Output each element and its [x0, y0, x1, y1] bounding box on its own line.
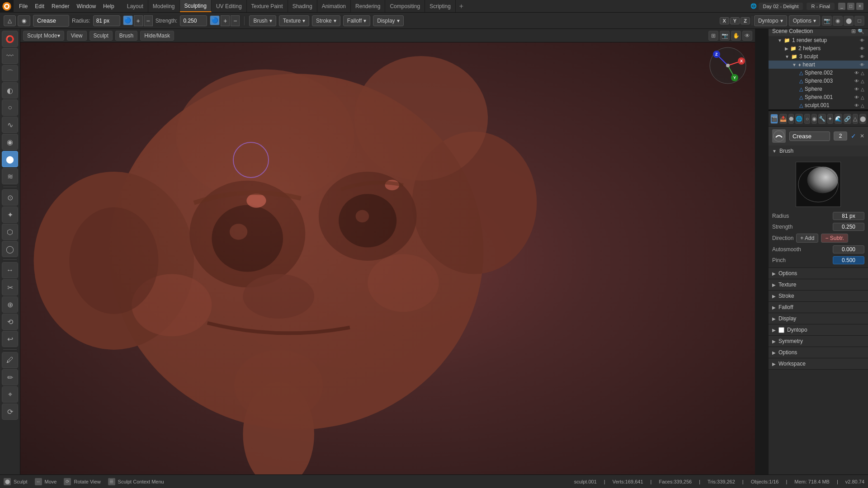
pinch-tool-btn[interactable]: ↔ — [2, 262, 18, 278]
rotate-tool-btn[interactable]: ⌖ — [2, 386, 18, 403]
display-dropdown[interactable]: Display▾ — [373, 15, 403, 26]
clay-strips-tool-btn[interactable]: ◐ — [2, 82, 18, 99]
render-icon-btn[interactable]: ◉ — [18, 15, 30, 26]
fill-tool-btn[interactable]: ⬡ — [2, 224, 18, 240]
prop-scene-icon[interactable]: 🌐 — [795, 114, 803, 124]
view-btn[interactable]: View — [67, 31, 87, 41]
brush-btn[interactable]: Brush — [115, 31, 137, 41]
prop-material-icon[interactable]: ⬤ — [859, 114, 866, 124]
y-axis-btn[interactable]: Y — [730, 17, 740, 24]
prop-view-layer-icon[interactable]: ⬣ — [788, 114, 794, 124]
draw-sharp-tool-btn[interactable]: 〰 — [2, 48, 18, 64]
strength-lock-icon[interactable]: 🔵 — [210, 15, 220, 25]
radius-input[interactable]: 81 px — [93, 15, 120, 26]
strength-plus-btn[interactable]: + — [221, 15, 230, 26]
mesh-icon-btn[interactable]: △ — [4, 15, 16, 26]
tab-scripting[interactable]: Scripting — [425, 0, 456, 12]
display-section-header[interactable]: ▶ Display — [769, 313, 868, 324]
thumb-tool-btn[interactable]: ↩ — [2, 331, 18, 347]
falloff-section-header[interactable]: ▶ Falloff — [769, 302, 868, 313]
window-menu[interactable]: Window — [73, 0, 99, 12]
outliner-item-sphere003[interactable]: △ Sphere.003 👁 △ — [769, 77, 868, 85]
stroke-section-header[interactable]: ▶ Stroke — [769, 291, 868, 301]
tab-shading[interactable]: Shading — [288, 0, 317, 12]
options-dropdown[interactable]: Options▾ — [789, 15, 820, 26]
render-menu[interactable]: Render — [48, 0, 73, 12]
eye-dropper-icon[interactable]: 👁 — [742, 31, 752, 41]
crease-number[interactable]: 2 — [834, 131, 847, 141]
dyntopo-checkbox[interactable] — [778, 327, 784, 333]
outliner-item-sculpt001[interactable]: △ sculpt.001 👁 △ — [769, 101, 868, 109]
dyntopo-section-header[interactable]: ▶ Dyntopo — [769, 324, 868, 335]
layer-tool-btn[interactable]: ∿ — [2, 117, 18, 133]
draw-tool-btn[interactable]: ⭕ — [2, 31, 18, 47]
search-icon[interactable]: 🔍 — [858, 28, 864, 34]
prop-physics-icon[interactable]: 🌊 — [835, 114, 842, 124]
tab-sculpting[interactable]: Sculpting — [180, 0, 212, 12]
edit-menu[interactable]: Edit — [31, 0, 48, 12]
lock-icon[interactable]: 🔵 — [123, 15, 133, 25]
add-workspace-btn[interactable]: + — [456, 0, 467, 12]
tab-rendering[interactable]: Rendering — [351, 0, 385, 12]
brush-section-header[interactable]: ▼ Brush — [769, 145, 868, 156]
tab-texture-paint[interactable]: Texture Paint — [247, 0, 288, 12]
outliner-item-render-setup[interactable]: ▼ 📁 1 render setup 👁 — [769, 36, 868, 44]
pinch-prop-value[interactable]: 0.500 — [833, 256, 864, 264]
file-menu[interactable]: File — [15, 0, 31, 12]
prop-particles-icon[interactable]: ✦ — [827, 114, 833, 124]
crease-checkmark[interactable]: ✓ — [851, 132, 856, 140]
camera-icon[interactable]: 📷 — [720, 31, 730, 41]
texture-section-header[interactable]: ▶ Texture — [769, 279, 868, 290]
scrape-tool-btn[interactable]: ◯ — [2, 241, 18, 257]
visibility-sphere002[interactable]: 👁 — [854, 70, 859, 75]
radius-plus-btn[interactable]: + — [134, 15, 143, 26]
outliner-item-helpers[interactable]: ▶ 📁 2 helpers 👁 — [769, 44, 868, 52]
maximize-btn[interactable]: □ — [847, 3, 854, 10]
outliner-item-sphere[interactable]: △ Sphere 👁 △ — [769, 85, 868, 93]
x-axis-btn[interactable]: X — [720, 17, 729, 24]
nudge-tool-btn[interactable]: ✏ — [2, 369, 18, 385]
radius-minus-btn[interactable]: − — [144, 15, 153, 26]
falloff-dropdown[interactable]: Falloff▾ — [343, 15, 370, 26]
prop-modifier-icon[interactable]: 🔧 — [818, 114, 826, 124]
close-btn[interactable]: × — [856, 3, 863, 10]
inflate-tool-btn[interactable]: ◉ — [2, 134, 18, 150]
z-axis-btn[interactable]: Z — [741, 17, 750, 24]
prop-output-icon[interactable]: 📤 — [779, 114, 787, 124]
direction-add-btn[interactable]: + Add — [796, 234, 818, 243]
snake-hook-tool-btn[interactable]: ⟲ — [2, 314, 18, 330]
render-selector[interactable]: R - Final — [807, 3, 835, 10]
hide-mask-btn[interactable]: Hide/Mask — [140, 31, 174, 41]
autosmooth-prop-value[interactable]: 0.000 — [833, 245, 864, 253]
tab-modeling[interactable]: Modeling — [148, 0, 180, 12]
3d-viewport[interactable] — [20, 42, 755, 474]
tab-animation[interactable]: Animation — [317, 0, 351, 12]
xray-btn[interactable]: □ — [854, 16, 864, 26]
prop-render-icon[interactable]: 🎬 — [770, 114, 778, 124]
minimize-btn[interactable]: _ — [838, 3, 845, 10]
strength-input[interactable]: 0.250 — [180, 15, 207, 26]
brush-name-field[interactable]: Crease — [33, 15, 69, 27]
prop-constraints-icon[interactable]: 🔗 — [844, 114, 851, 124]
brush-dropdown[interactable]: Brush▾ — [249, 15, 276, 26]
crease-close-icon[interactable]: ✕ — [860, 133, 864, 139]
texture-dropdown[interactable]: Texture▾ — [279, 15, 309, 26]
tab-uv-editing[interactable]: UV Editing — [212, 0, 247, 12]
overlay-btn[interactable]: ⬤ — [844, 16, 854, 26]
prop-data-icon[interactable]: △ — [853, 114, 858, 124]
tab-layout[interactable]: Layout — [123, 0, 148, 12]
crease-tool-btn[interactable]: ≋ — [2, 168, 18, 184]
options2-section-header[interactable]: ▶ Options — [769, 347, 868, 358]
visibility-sculpt001[interactable]: 👁 — [854, 103, 859, 108]
crease-name-field[interactable]: Crease — [789, 131, 830, 141]
outliner-item-sphere001[interactable]: △ Sphere.001 👁 △ — [769, 93, 868, 101]
flatten-tool-btn[interactable]: ✦ — [2, 206, 18, 223]
options-section-header[interactable]: ▶ Options — [769, 268, 868, 279]
smooth-tool-btn[interactable]: ⊙ — [2, 189, 18, 206]
visibility-icon-2[interactable]: 👁 — [860, 46, 864, 51]
camera-view-btn[interactable]: 📷 — [822, 16, 832, 26]
visibility-sphere[interactable]: 👁 — [854, 87, 859, 92]
clay-tool-btn[interactable]: ⌒ — [2, 65, 18, 81]
prop-world-icon[interactable]: ○ — [804, 114, 810, 124]
sculpt-mode-dropdown[interactable]: Sculpt Mode▾ — [23, 31, 64, 41]
